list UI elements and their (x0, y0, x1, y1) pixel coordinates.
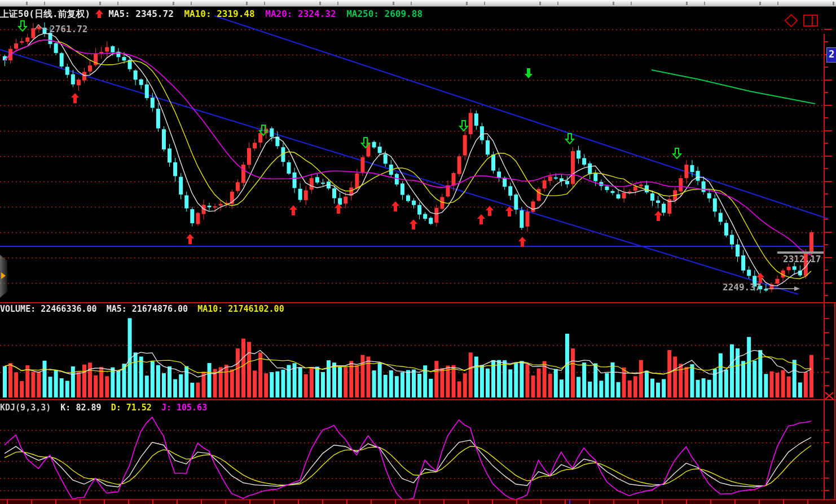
ma20-value: MA20: 2324.32 (265, 8, 336, 19)
ma10-value: MA10: 2319.48 (184, 8, 254, 19)
toolbar-clipped-items (0, 2, 836, 5)
main-chart-header: 上证50(日线.前复权)MA5: 2345.72 MA10: 2319.48 M… (0, 10, 428, 19)
symbol-title: 上证50(日线.前复权) (0, 8, 90, 19)
kdj-title: KDJ(9,3,3) (0, 403, 51, 413)
period-high-label: 2761.72 (50, 25, 87, 34)
kdj-k-value: K: 82.89 (60, 403, 101, 413)
last-price-label: 2312.17 (783, 255, 821, 264)
buy-signal-up-arrow-icon (95, 10, 103, 18)
ma250-value: MA250: 2609.88 (346, 8, 423, 19)
period-low-label: 2249.37 (723, 283, 760, 292)
trading-app-window: 上证50(日线.前复权)MA5: 2345.72 MA10: 2319.48 M… (0, 0, 836, 504)
ma5-value: MA5: 2345.72 (108, 8, 174, 19)
expand-arrow-icon (1, 272, 6, 279)
kdj-panel-header: KDJ(9,3,3) K: 82.89 D: 71.52 J: 105.63 (0, 404, 212, 412)
right-axis-price-badge: 2 (826, 47, 836, 63)
chart-canvas[interactable] (0, 0, 836, 504)
volume-value: VOLUME: 22466336.00 (0, 304, 97, 314)
top-toolbar[interactable] (0, 0, 836, 7)
volume-ma10-value: MA10: 21746102.00 (197, 304, 284, 314)
kdj-d-value: D: 71.52 (111, 403, 152, 413)
kdj-j-value: J: 105.63 (161, 403, 207, 413)
volume-panel-header: VOLUME: 22466336.00 MA5: 21674876.00 MA1… (0, 305, 289, 313)
volume-ma5-value: MA5: 21674876.00 (107, 304, 188, 314)
chart-split-window-icon[interactable] (803, 15, 818, 26)
sidebar-expand-handle[interactable] (0, 255, 7, 298)
